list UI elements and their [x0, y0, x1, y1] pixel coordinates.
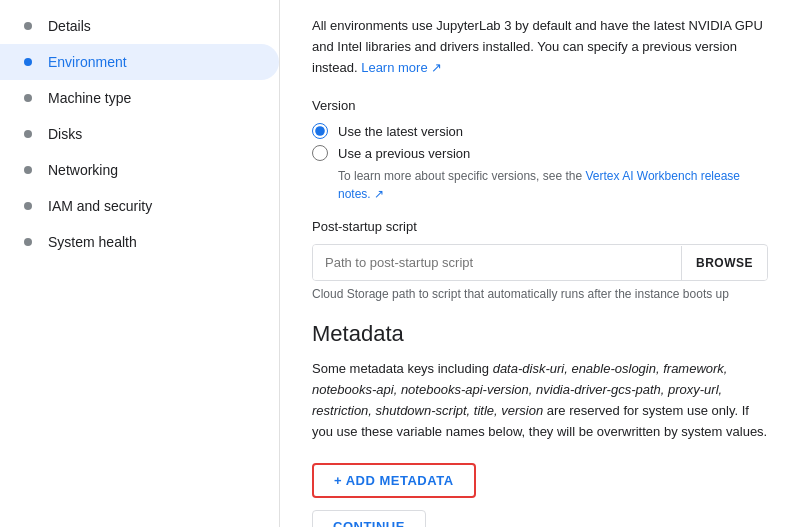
version-latest-radio[interactable] — [312, 123, 328, 139]
sidebar-item-networking[interactable]: Networking — [0, 152, 279, 188]
sidebar-item-label: Machine type — [48, 90, 131, 106]
dot-icon — [24, 238, 32, 246]
intro-paragraph: All environments use JupyterLab 3 by def… — [312, 16, 768, 78]
dot-icon — [24, 22, 32, 30]
version-latest-option[interactable]: Use the latest version — [312, 123, 768, 139]
sidebar-item-iam[interactable]: IAM and security — [0, 188, 279, 224]
dot-icon — [24, 94, 32, 102]
sidebar-item-details[interactable]: Details — [0, 8, 279, 44]
metadata-description: Some metadata keys including data-disk-u… — [312, 359, 768, 442]
post-startup-input[interactable] — [313, 245, 681, 280]
version-radio-group: Use the latest version Use a previous ve… — [312, 123, 768, 203]
dot-icon — [24, 130, 32, 138]
sidebar: Details Environment Machine type Disks N… — [0, 0, 280, 527]
sidebar-item-environment[interactable]: Environment — [0, 44, 279, 80]
version-previous-label: Use a previous version — [338, 146, 470, 161]
add-metadata-button[interactable]: + ADD METADATA — [312, 463, 476, 498]
sidebar-item-disks[interactable]: Disks — [0, 116, 279, 152]
sidebar-item-machine-type[interactable]: Machine type — [0, 80, 279, 116]
dot-icon — [24, 166, 32, 174]
sidebar-item-label: Environment — [48, 54, 127, 70]
browse-button[interactable]: BROWSE — [681, 246, 767, 280]
post-startup-section: Post-startup script BROWSE Cloud Storage… — [312, 219, 768, 301]
post-startup-input-row: BROWSE — [312, 244, 768, 281]
dot-icon — [24, 202, 32, 210]
sidebar-item-label: Networking — [48, 162, 118, 178]
button-row: + ADD METADATA CONTINUE — [312, 463, 768, 527]
version-hint: To learn more about specific versions, s… — [338, 167, 768, 203]
post-startup-label: Post-startup script — [312, 219, 768, 234]
dot-icon — [24, 58, 32, 66]
sidebar-item-label: Disks — [48, 126, 82, 142]
version-previous-radio[interactable] — [312, 145, 328, 161]
continue-button[interactable]: CONTINUE — [312, 510, 426, 527]
metadata-title: Metadata — [312, 321, 768, 347]
sidebar-item-label: Details — [48, 18, 91, 34]
sidebar-item-label: System health — [48, 234, 137, 250]
version-previous-option[interactable]: Use a previous version — [312, 145, 768, 161]
sidebar-item-system-health[interactable]: System health — [0, 224, 279, 260]
main-content: All environments use JupyterLab 3 by def… — [280, 0, 800, 527]
post-startup-hint: Cloud Storage path to script that automa… — [312, 287, 768, 301]
version-latest-label: Use the latest version — [338, 124, 463, 139]
metadata-section: Metadata Some metadata keys including da… — [312, 321, 768, 527]
sidebar-item-label: IAM and security — [48, 198, 152, 214]
learn-more-link[interactable]: Learn more ↗ — [361, 60, 442, 75]
version-label: Version — [312, 98, 768, 113]
